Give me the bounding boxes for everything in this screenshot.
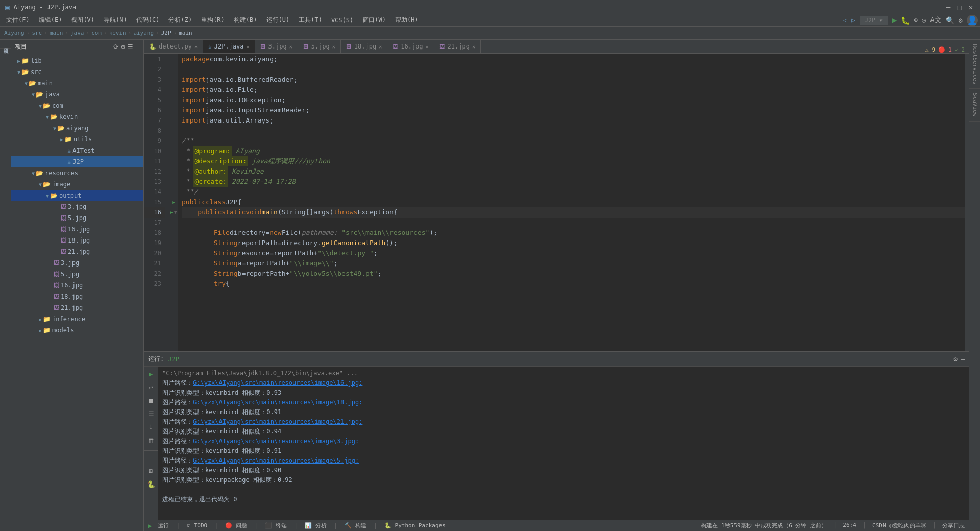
- tree-item-18jpg[interactable]: 🖼 18.jpg: [11, 291, 143, 302]
- tree-item-inference[interactable]: ▶ 📁 inference: [11, 313, 143, 325]
- tab-close-21jpg[interactable]: ✕: [472, 44, 475, 50]
- nav-aiyang2[interactable]: aiyang: [133, 30, 154, 36]
- maximize-button[interactable]: □: [955, 3, 964, 11]
- tree-item-kevin[interactable]: ▼ 📂 kevin: [11, 111, 143, 123]
- sca-view-tab[interactable]: ScaView: [969, 89, 980, 121]
- menu-window[interactable]: 窗口(W): [358, 15, 390, 26]
- tab-detect[interactable]: 🐍 detect.py ✕: [144, 40, 203, 53]
- tab-3jpg[interactable]: 🖼 3.jpg ✕: [255, 40, 298, 53]
- tab-close-detect[interactable]: ✕: [194, 44, 198, 50]
- run-tool-btn[interactable]: ▶: [146, 369, 156, 379]
- nav-main[interactable]: main: [50, 30, 63, 36]
- coverage-button[interactable]: ◎: [922, 16, 926, 24]
- rest-services-tab[interactable]: RestServices: [969, 40, 980, 89]
- tree-item-aitest[interactable]: ☕ AITest: [11, 145, 143, 156]
- list-btn[interactable]: ☰: [146, 408, 156, 419]
- analysis-label[interactable]: 📊 分析: [305, 522, 327, 529]
- nav-j2p[interactable]: J2P: [161, 30, 172, 36]
- menu-analyze[interactable]: 分析(Z): [164, 15, 196, 26]
- run-status-label[interactable]: 运行: [158, 522, 169, 529]
- path-link-18[interactable]: G:\yzx\AIyang\src\main\resources\image\1…: [193, 399, 362, 406]
- toolbar-icon-back[interactable]: ◁: [843, 16, 847, 24]
- tree-item-main[interactable]: ▼ 📂 main: [11, 78, 143, 89]
- tab-close-16jpg[interactable]: ✕: [426, 44, 429, 50]
- tab-5jpg[interactable]: 🖼 5.jpg ✕: [298, 40, 341, 53]
- tree-item-lib[interactable]: ▶ 📁 lib: [11, 55, 143, 66]
- tree-item-16jpg[interactable]: 🖼 16.jpg: [11, 280, 143, 291]
- settings-icon[interactable]: ⚙: [959, 16, 963, 25]
- tab-21jpg[interactable]: 🖼 21.jpg ✕: [434, 40, 481, 53]
- tree-item-5jpg[interactable]: 🖼 5.jpg: [11, 269, 143, 280]
- tree-item-java[interactable]: ▼ 📂 java: [11, 89, 143, 100]
- tree-gear-icon[interactable]: ⚙: [121, 43, 125, 51]
- code-editor[interactable]: 1 2 3 4 5 6 7 8 9 10 11 12 13 14 15 16 1…: [144, 54, 969, 351]
- tree-item-21jpg[interactable]: 🖼 21.jpg: [11, 302, 143, 313]
- tree-item-output-18jpg[interactable]: 🖼 18.jpg: [11, 235, 143, 246]
- menu-help[interactable]: 帮助(H): [391, 15, 423, 26]
- tab-16jpg[interactable]: 🖼 16.jpg ✕: [387, 40, 434, 53]
- menu-file[interactable]: 文件(F): [2, 15, 34, 26]
- toolbar-icon-forward[interactable]: ▷: [851, 16, 855, 24]
- path-link-5[interactable]: G:\yzx\AIyang\src\main\resources\image\5…: [193, 457, 359, 464]
- tree-item-aiyang[interactable]: ▼ 📂 aiyang: [11, 123, 143, 134]
- tab-close-j2p[interactable]: ✕: [246, 44, 249, 50]
- menu-tools[interactable]: 工具(T): [295, 15, 326, 26]
- tree-settings-icon[interactable]: ☰: [127, 43, 133, 51]
- menu-edit[interactable]: 编辑(E): [35, 15, 66, 26]
- path-link-3[interactable]: G:\yzx\AIyang\src\main\resources\image\3…: [193, 438, 359, 445]
- tree-item-3jpg[interactable]: 🖼 3.jpg: [11, 257, 143, 269]
- tree-item-output-21jpg[interactable]: 🖼 21.jpg: [11, 246, 143, 257]
- scroll-end-btn[interactable]: ⤓: [146, 422, 156, 432]
- nav-kevin[interactable]: kevin: [109, 30, 126, 36]
- close-button[interactable]: ✕: [967, 3, 975, 11]
- clear-btn[interactable]: 🗑: [146, 435, 156, 445]
- nav-aiyang[interactable]: Aiyang: [4, 30, 24, 36]
- tree-item-j2p[interactable]: ☕ J2P: [11, 156, 143, 167]
- tree-item-src[interactable]: ▼ 📂 src: [11, 66, 143, 78]
- tab-close-3jpg[interactable]: ✕: [289, 44, 292, 50]
- build-label[interactable]: 🔨 构建: [345, 522, 366, 529]
- tree-minimize-icon[interactable]: —: [135, 43, 139, 51]
- nav-src[interactable]: src: [32, 30, 42, 36]
- tab-close-5jpg[interactable]: ✕: [332, 44, 335, 50]
- search-icon[interactable]: 🔍: [946, 16, 954, 25]
- terminal-label[interactable]: ⬛ 终端: [265, 522, 287, 529]
- tree-item-output-5jpg[interactable]: 🖼 5.jpg: [11, 212, 143, 224]
- share-label[interactable]: 分享日志: [942, 522, 965, 529]
- nav-main-method[interactable]: main: [179, 30, 192, 36]
- translate-icon[interactable]: A文: [930, 16, 941, 25]
- code-editor-content[interactable]: package com.kevin.aiyang; import java.io…: [178, 54, 965, 351]
- minimize-button[interactable]: ─: [944, 3, 952, 11]
- path-link-16[interactable]: G:\yzx\AIyang\src\main\resources\image\1…: [193, 379, 362, 387]
- vertical-scrollbar[interactable]: [965, 54, 969, 351]
- minimize-panel-icon[interactable]: —: [961, 355, 965, 363]
- tree-item-utils[interactable]: ▶ 📁 utils: [11, 134, 143, 145]
- menu-refactor[interactable]: 重构(R): [197, 15, 229, 26]
- python-packages-label[interactable]: 🐍 Python Packages: [384, 522, 446, 529]
- menu-run[interactable]: 运行(U): [262, 15, 294, 26]
- debug-button[interactable]: 🐛: [901, 16, 910, 25]
- profile-button[interactable]: ⊕: [914, 16, 918, 24]
- menu-build[interactable]: 构建(B): [230, 15, 261, 26]
- menu-view[interactable]: 视图(V): [67, 15, 99, 26]
- gear-icon[interactable]: ⚙: [953, 355, 958, 363]
- nav-java[interactable]: java: [70, 30, 84, 36]
- rerun-btn[interactable]: ↩: [146, 382, 156, 392]
- stop-btn[interactable]: ■: [146, 395, 156, 405]
- menu-vcs[interactable]: VCS(S): [327, 16, 357, 25]
- left-tab-project[interactable]: 项目: [0, 40, 11, 49]
- problems-label[interactable]: 🔴 问题: [225, 522, 247, 529]
- tree-item-output[interactable]: ▼ 📂 output: [11, 190, 143, 201]
- run-button[interactable]: ▶: [892, 15, 897, 25]
- tree-item-resources[interactable]: ▼ 📂 resources: [11, 167, 143, 179]
- path-link-21[interactable]: G:\yzx\AIyang\src\main\resources\image\2…: [193, 418, 362, 425]
- tree-item-output-3jpg[interactable]: 🖼 3.jpg: [11, 201, 143, 212]
- tree-item-output-16jpg[interactable]: 🖼 16.jpg: [11, 224, 143, 235]
- python-btn[interactable]: 🐍: [146, 479, 156, 489]
- tree-item-models[interactable]: ▶ 📁 models: [11, 325, 143, 336]
- run-config-selector[interactable]: J2P ▾: [860, 16, 888, 25]
- tab-18jpg[interactable]: 🖼 18.jpg ✕: [341, 40, 387, 53]
- avatar[interactable]: 👤: [967, 15, 978, 26]
- settings-tool-btn[interactable]: ⊞: [146, 466, 156, 476]
- run-icon[interactable]: ▶: [148, 522, 152, 529]
